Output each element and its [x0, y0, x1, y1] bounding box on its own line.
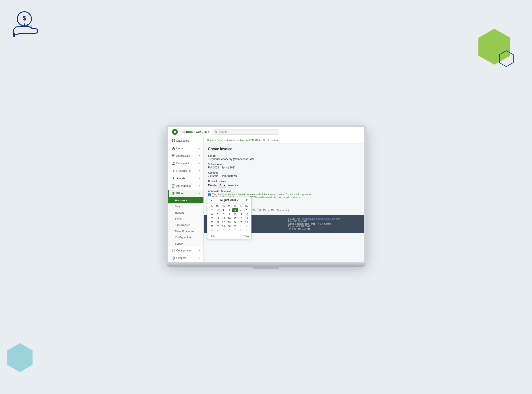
breadcrumb-accounts[interactable]: Accounts	[226, 139, 236, 141]
cal-day-8-next[interactable]: 8	[238, 228, 244, 232]
calendar-week-6: 3 4 5 6 7 8 9	[209, 228, 250, 232]
awards-chevron: ▼	[199, 177, 201, 180]
create-invoices-row: Create 1 2 3 Invoices	[208, 183, 360, 188]
submenu-search-label: Search	[175, 205, 183, 208]
cal-day-1[interactable]: 1	[221, 208, 226, 212]
calendar-grid: Su Mo Tu We Th Fr Sa 30 31	[208, 204, 251, 233]
decorative-icon: $	[7, 7, 42, 42]
cal-day-26[interactable]: 26	[244, 220, 250, 224]
billing-chevron: ▲	[199, 192, 201, 195]
cal-day-29[interactable]: 29	[221, 224, 226, 228]
cal-day-23[interactable]: 23	[226, 220, 232, 224]
sidebar-item-awards[interactable]: Awards ▼	[168, 175, 203, 182]
cal-day-15[interactable]: 15	[221, 216, 226, 220]
search-bar[interactable]: 🔍	[212, 129, 278, 135]
calendar-week-3: 13 14 15 16 17 18 19	[209, 216, 250, 220]
submenu-items[interactable]: Items	[168, 216, 203, 222]
sidebar-item-support[interactable]: i Support ▼	[168, 254, 203, 262]
sidebar-item-agreements[interactable]: Agreements ▼	[168, 182, 203, 190]
sidebar-item-financial-aid[interactable]: Financial Aid ▼	[168, 167, 203, 175]
support-icon: i	[172, 256, 175, 260]
cal-day-2-next[interactable]: 2	[244, 224, 250, 228]
footer-admin-support: Admin Support Hours : Mon–Fri 8–5 Centra…	[288, 223, 360, 225]
cal-day-6-next[interactable]: 6	[226, 228, 232, 232]
breadcrumb-sep-3: »	[237, 139, 239, 141]
cal-day-17[interactable]: 17	[232, 216, 238, 220]
invoices-select[interactable]: 1 2 3	[218, 183, 226, 188]
calendar-week-4: 20 21 22 23 24 25 26	[209, 220, 250, 224]
cal-day-18[interactable]: 18	[238, 216, 244, 220]
submenu-configuration[interactable]: Configuration	[168, 234, 203, 241]
search-input[interactable]	[219, 130, 276, 134]
cal-day-4-next[interactable]: 4	[215, 228, 221, 232]
cal-day-13[interactable]: 13	[209, 216, 215, 220]
submenu-accounts[interactable]: Accounts	[168, 197, 203, 203]
school-section: School Treehouse Academy (Minneapolis, M…	[208, 155, 360, 161]
cal-day-7[interactable]: 7	[215, 212, 221, 216]
svg-rect-12	[172, 139, 173, 140]
create-invoices-section: Create Invoices Create 1 2 3 Invoices	[208, 180, 360, 188]
laptop-screen: TREEHOUSE ACADEMY 🔍 Dashboard	[167, 125, 366, 264]
breadcrumb: Home » Billing » Accounts » Account #241…	[204, 137, 364, 143]
financial-aid-icon	[172, 169, 175, 173]
cal-day-6[interactable]: 6	[209, 212, 215, 216]
submenu-reports[interactable]: Reports	[168, 210, 203, 216]
calendar-next-button[interactable]: ▼	[245, 198, 249, 202]
cal-day-3-today[interactable]: 3	[232, 208, 238, 212]
cal-day-24[interactable]: 24	[232, 220, 238, 224]
cal-day-11[interactable]: 11	[238, 212, 244, 216]
cal-day-12[interactable]: 12	[244, 212, 250, 216]
cal-day-4[interactable]: 4	[238, 208, 244, 212]
breadcrumb-account-number[interactable]: Account #2416404	[240, 139, 260, 141]
cal-day-16[interactable]: 16	[226, 216, 232, 220]
search-icon: 🔍	[214, 130, 218, 134]
cal-day-9-next[interactable]: 9	[244, 228, 250, 232]
cal-day-10[interactable]: 10	[232, 212, 238, 216]
cal-day-9[interactable]: 9	[226, 212, 232, 216]
sidebar-item-admissions[interactable]: Admissions ▼	[168, 152, 203, 160]
svg-rect-18	[172, 156, 174, 156]
calendar-today-button[interactable]: Today	[242, 235, 249, 237]
breadcrumb-billing[interactable]: Billing	[217, 139, 223, 141]
cal-day-30[interactable]: 30	[209, 208, 215, 212]
cal-day-7-next[interactable]: 7	[232, 228, 238, 232]
dow-su: Su	[209, 205, 215, 208]
sidebar-item-home[interactable]: Home ▼	[168, 145, 203, 152]
cal-day-31b[interactable]: 31	[232, 224, 238, 228]
cal-day-1-next[interactable]: 1	[238, 224, 244, 228]
calendar-clear-button[interactable]: Clear	[210, 235, 215, 237]
financial-aid-chevron: ▼	[199, 170, 201, 172]
cal-day-25[interactable]: 25	[238, 220, 244, 224]
top-nav: TREEHOUSE ACADEMY 🔍	[168, 127, 364, 137]
cal-day-14[interactable]: 14	[215, 216, 221, 220]
cal-day-28[interactable]: 28	[215, 224, 221, 228]
submenu-search[interactable]: Search	[168, 203, 203, 210]
cal-day-20[interactable]: 20	[209, 220, 215, 224]
cal-day-27[interactable]: 27	[209, 224, 215, 228]
submenu-time-tracker[interactable]: TimeTracker	[168, 222, 203, 228]
sidebar-item-dashboard[interactable]: Dashboard	[168, 137, 203, 145]
submenu-support[interactable]: Support	[168, 241, 203, 247]
cal-day-22[interactable]: 22	[221, 220, 226, 224]
sidebar-item-enrollment[interactable]: Enrollment ▼	[168, 160, 203, 167]
cal-day-21[interactable]: 21	[215, 220, 221, 224]
submenu-mass-processing[interactable]: Mass Processing	[168, 228, 203, 234]
calendar-month-select[interactable]: August 2023	[219, 198, 240, 202]
support-chevron: ▼	[199, 257, 201, 259]
cal-day-19[interactable]: 19	[244, 216, 250, 220]
cal-day-31[interactable]: 31	[215, 208, 221, 212]
cal-day-5-next[interactable]: 5	[221, 228, 226, 232]
cal-day-3-next[interactable]: 3	[209, 228, 215, 232]
breadcrumb-home[interactable]: Home	[207, 139, 214, 141]
cal-day-5[interactable]: 5	[244, 208, 250, 212]
calendar-prev-button[interactable]: ▲	[210, 198, 214, 202]
cal-day-2[interactable]: 2	[226, 208, 232, 212]
school-value: Treehouse Academy (Minneapolis, MN)	[208, 158, 360, 161]
sidebar-item-configuration[interactable]: Configuration ▼	[168, 247, 203, 254]
auto-pay-checkbox[interactable]	[208, 193, 211, 196]
sidebar-item-billing[interactable]: Billing ▲	[168, 190, 203, 197]
footer-email-link[interactable]: TADS-adminsupport@communitybrands.com	[296, 218, 340, 220]
cal-day-8[interactable]: 8	[221, 212, 226, 216]
cal-day-30b[interactable]: 30	[226, 224, 232, 228]
configuration-chevron: ▼	[199, 249, 201, 252]
